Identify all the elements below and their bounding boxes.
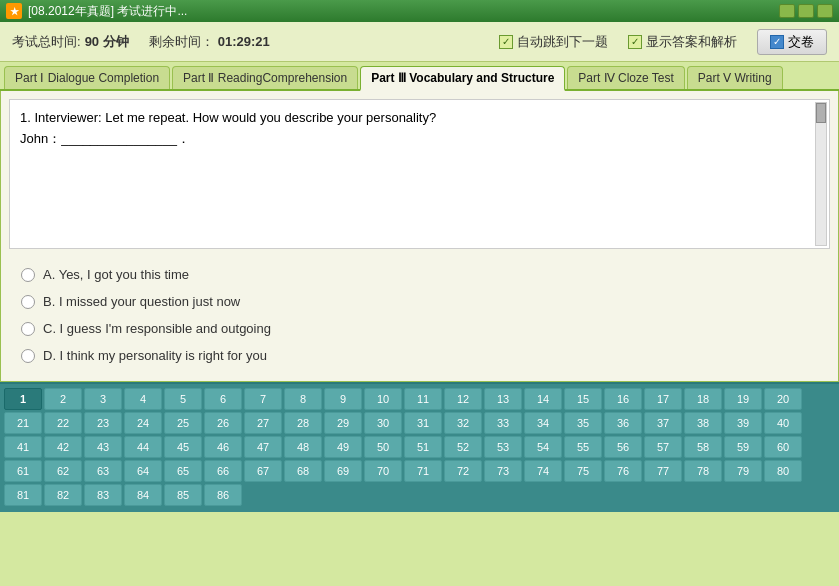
grid-cell-30[interactable]: 30 (364, 412, 402, 434)
maximize-button[interactable] (798, 4, 814, 18)
grid-cell-4[interactable]: 4 (124, 388, 162, 410)
grid-cell-67[interactable]: 67 (244, 460, 282, 482)
radio-a[interactable] (21, 268, 35, 282)
option-c[interactable]: C. I guess I'm responsible and outgoing (17, 315, 822, 342)
grid-cell-63[interactable]: 63 (84, 460, 122, 482)
show-answer-checkbox[interactable]: ✓ 显示答案和解析 (628, 33, 737, 51)
grid-cell-20[interactable]: 20 (764, 388, 802, 410)
grid-cell-6[interactable]: 6 (204, 388, 242, 410)
grid-cell-1[interactable]: 1 (4, 388, 42, 410)
grid-cell-34[interactable]: 34 (524, 412, 562, 434)
grid-cell-85[interactable]: 85 (164, 484, 202, 506)
grid-cell-81[interactable]: 81 (4, 484, 42, 506)
grid-cell-19[interactable]: 19 (724, 388, 762, 410)
grid-cell-69[interactable]: 69 (324, 460, 362, 482)
grid-cell-9[interactable]: 9 (324, 388, 362, 410)
grid-cell-44[interactable]: 44 (124, 436, 162, 458)
grid-cell-31[interactable]: 31 (404, 412, 442, 434)
grid-cell-55[interactable]: 55 (564, 436, 602, 458)
grid-cell-17[interactable]: 17 (644, 388, 682, 410)
grid-cell-84[interactable]: 84 (124, 484, 162, 506)
grid-cell-7[interactable]: 7 (244, 388, 282, 410)
grid-cell-13[interactable]: 13 (484, 388, 522, 410)
grid-cell-57[interactable]: 57 (644, 436, 682, 458)
grid-cell-60[interactable]: 60 (764, 436, 802, 458)
grid-cell-37[interactable]: 37 (644, 412, 682, 434)
grid-cell-35[interactable]: 35 (564, 412, 602, 434)
grid-cell-29[interactable]: 29 (324, 412, 362, 434)
grid-cell-47[interactable]: 47 (244, 436, 282, 458)
grid-cell-18[interactable]: 18 (684, 388, 722, 410)
option-b[interactable]: B. I missed your question just now (17, 288, 822, 315)
grid-cell-70[interactable]: 70 (364, 460, 402, 482)
grid-cell-58[interactable]: 58 (684, 436, 722, 458)
grid-cell-49[interactable]: 49 (324, 436, 362, 458)
grid-cell-82[interactable]: 82 (44, 484, 82, 506)
submit-button[interactable]: ✓ 交卷 (757, 29, 827, 55)
scrollbar-thumb[interactable] (816, 103, 826, 123)
grid-cell-10[interactable]: 10 (364, 388, 402, 410)
grid-cell-53[interactable]: 53 (484, 436, 522, 458)
grid-cell-64[interactable]: 64 (124, 460, 162, 482)
grid-cell-59[interactable]: 59 (724, 436, 762, 458)
grid-cell-40[interactable]: 40 (764, 412, 802, 434)
radio-c[interactable] (21, 322, 35, 336)
grid-cell-48[interactable]: 48 (284, 436, 322, 458)
option-d[interactable]: D. I think my personality is right for y… (17, 342, 822, 369)
tab-vocabulary[interactable]: Part Ⅲ Vocabulary and Structure (360, 66, 565, 91)
grid-cell-42[interactable]: 42 (44, 436, 82, 458)
grid-cell-68[interactable]: 68 (284, 460, 322, 482)
grid-cell-54[interactable]: 54 (524, 436, 562, 458)
grid-cell-65[interactable]: 65 (164, 460, 202, 482)
grid-cell-36[interactable]: 36 (604, 412, 642, 434)
grid-cell-78[interactable]: 78 (684, 460, 722, 482)
grid-cell-14[interactable]: 14 (524, 388, 562, 410)
grid-cell-27[interactable]: 27 (244, 412, 282, 434)
grid-cell-16[interactable]: 16 (604, 388, 642, 410)
grid-cell-8[interactable]: 8 (284, 388, 322, 410)
tab-reading[interactable]: Part Ⅱ ReadingComprehension (172, 66, 358, 89)
grid-cell-12[interactable]: 12 (444, 388, 482, 410)
grid-cell-32[interactable]: 32 (444, 412, 482, 434)
grid-cell-39[interactable]: 39 (724, 412, 762, 434)
grid-cell-22[interactable]: 22 (44, 412, 82, 434)
grid-cell-51[interactable]: 51 (404, 436, 442, 458)
grid-cell-76[interactable]: 76 (604, 460, 642, 482)
grid-cell-73[interactable]: 73 (484, 460, 522, 482)
grid-cell-23[interactable]: 23 (84, 412, 122, 434)
grid-cell-28[interactable]: 28 (284, 412, 322, 434)
radio-d[interactable] (21, 349, 35, 363)
grid-cell-11[interactable]: 11 (404, 388, 442, 410)
minimize-button[interactable] (779, 4, 795, 18)
grid-cell-52[interactable]: 52 (444, 436, 482, 458)
grid-cell-25[interactable]: 25 (164, 412, 202, 434)
grid-cell-26[interactable]: 26 (204, 412, 242, 434)
grid-cell-74[interactable]: 74 (524, 460, 562, 482)
tab-cloze[interactable]: Part Ⅳ Cloze Test (567, 66, 684, 89)
radio-b[interactable] (21, 295, 35, 309)
grid-cell-62[interactable]: 62 (44, 460, 82, 482)
grid-cell-5[interactable]: 5 (164, 388, 202, 410)
grid-cell-86[interactable]: 86 (204, 484, 242, 506)
grid-cell-56[interactable]: 56 (604, 436, 642, 458)
grid-cell-66[interactable]: 66 (204, 460, 242, 482)
grid-cell-75[interactable]: 75 (564, 460, 602, 482)
grid-cell-3[interactable]: 3 (84, 388, 122, 410)
grid-cell-46[interactable]: 46 (204, 436, 242, 458)
grid-cell-21[interactable]: 21 (4, 412, 42, 434)
grid-cell-72[interactable]: 72 (444, 460, 482, 482)
grid-cell-83[interactable]: 83 (84, 484, 122, 506)
option-a[interactable]: A. Yes, I got you this time (17, 261, 822, 288)
grid-cell-80[interactable]: 80 (764, 460, 802, 482)
tab-dialogue[interactable]: Part Ⅰ Dialogue Completion (4, 66, 170, 89)
grid-cell-24[interactable]: 24 (124, 412, 162, 434)
auto-jump-checkbox[interactable]: ✓ 自动跳到下一题 (499, 33, 608, 51)
tab-writing[interactable]: Part Ⅴ Writing (687, 66, 783, 89)
grid-cell-38[interactable]: 38 (684, 412, 722, 434)
grid-cell-15[interactable]: 15 (564, 388, 602, 410)
close-button[interactable] (817, 4, 833, 18)
grid-cell-50[interactable]: 50 (364, 436, 402, 458)
grid-cell-71[interactable]: 71 (404, 460, 442, 482)
scrollbar[interactable] (815, 102, 827, 246)
grid-cell-43[interactable]: 43 (84, 436, 122, 458)
